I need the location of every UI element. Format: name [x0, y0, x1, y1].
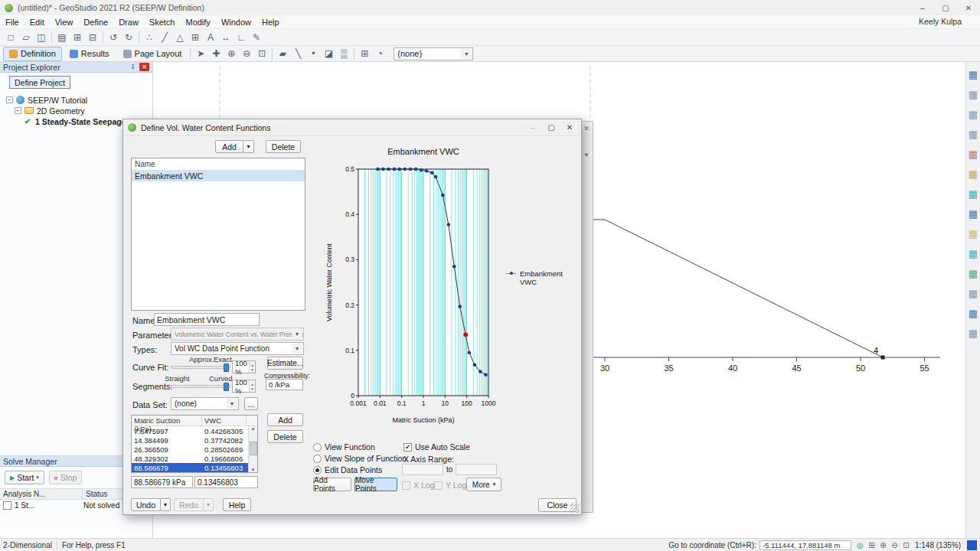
menu-item-edit[interactable]: Edit [24, 17, 50, 28]
draw-mesh-icon[interactable]: ⊞ [188, 31, 203, 44]
draw-lines-icon[interactable]: ╱ [157, 31, 172, 44]
table-row[interactable]: 48.3293020.19666806 [132, 454, 257, 463]
radio-selected-icon[interactable] [313, 466, 322, 474]
tree-item-1[interactable]: −SEEP/W Tutorial [5, 95, 149, 105]
draw-region-tool-icon[interactable]: ▰ [275, 47, 290, 60]
background-dropdown-icon[interactable]: ▾ [585, 151, 589, 158]
analysis-combo[interactable]: (none) ▾ [394, 47, 473, 60]
menu-item-draw[interactable]: Draw [113, 17, 144, 28]
radio-icon[interactable] [313, 443, 322, 452]
tab-results[interactable]: Results [64, 47, 116, 61]
print-icon[interactable]: ▤ [54, 31, 70, 44]
zoom-level[interactable]: 1:148 (135%) [915, 541, 961, 549]
signed-in-user[interactable]: Keely Kulpa [919, 17, 962, 26]
tab-page-layout[interactable]: Page Layout [117, 47, 188, 61]
data-set-browse-button[interactable]: ... [244, 397, 258, 410]
spinner-down-icon[interactable]: ▾ [251, 367, 253, 372]
zoom-window-tool-icon[interactable]: ⊡ [254, 47, 270, 60]
vwc-chart[interactable]: 0.0010.010.1110100100000.10.20.30.40.5Em… [321, 135, 581, 441]
start-solve-button[interactable]: ▶ Start ▾ [5, 471, 44, 484]
scrollbar-thumb[interactable] [250, 442, 257, 455]
tab-definition[interactable]: Definition [3, 47, 62, 61]
name-input[interactable]: Embankment VWC [154, 313, 260, 326]
draw-line-tool-icon[interactable]: ╲ [290, 47, 305, 60]
side-points-icon[interactable]: ▦ [967, 128, 979, 140]
help-button[interactable]: Help [223, 498, 251, 511]
paste-icon[interactable]: ⊟ [85, 31, 100, 44]
menu-item-help[interactable]: Help [256, 17, 285, 28]
side-analyses-icon[interactable]: ▦ [967, 68, 979, 80]
tree-item-2[interactable]: −2D Geometry [5, 106, 149, 116]
mesh-tool-icon[interactable]: ⊞ [357, 47, 372, 60]
table-row[interactable]: 14.3844990.37742082 [132, 435, 257, 445]
segments-slider-handle[interactable] [224, 383, 229, 391]
side-regions-icon[interactable]: ▦ [967, 108, 979, 120]
compressibility-input[interactable]: 0 /kPa [266, 379, 303, 390]
types-combo-dropdown-icon[interactable]: ▾ [292, 344, 302, 354]
tree-expander-icon[interactable]: − [15, 107, 21, 114]
scroll-up-icon[interactable]: ▲ [251, 426, 256, 431]
menu-item-modify[interactable]: Modify [180, 17, 215, 28]
side-settings-icon[interactable]: ▦ [967, 327, 979, 339]
segments-spinner[interactable]: 100 % ▴▾ [232, 380, 256, 393]
more-button[interactable]: More ▾ [466, 478, 501, 491]
window-close-button[interactable]: ✕ [957, 0, 980, 15]
side-graph-icon[interactable]: ▦ [967, 267, 979, 279]
menu-item-window[interactable]: Window [216, 17, 256, 28]
menu-item-view[interactable]: View [50, 17, 79, 28]
edit-data-points-radio[interactable]: Edit Data Points [313, 465, 382, 474]
note-icon[interactable]: ✎ [249, 31, 264, 44]
data-set-combo[interactable]: (none) ▾ [171, 397, 239, 410]
column-vwc[interactable]: VWC [202, 416, 247, 425]
view-function-radio[interactable]: View Function [313, 442, 375, 452]
side-zoom-icon[interactable]: ▦ [967, 307, 979, 319]
dialog-titlebar[interactable]: Define Vol. Water Content Functions – ▢ … [123, 119, 581, 136]
undo-button[interactable]: Undo [131, 498, 161, 511]
define-project-button[interactable]: Define Project [9, 76, 70, 89]
add-function-dropdown-icon[interactable]: ▾ [243, 140, 254, 153]
window-titlebar[interactable]: (untitled)* - GeoStudio 2021 R2 (SEEP/W … [0, 0, 980, 15]
side-contour-icon[interactable]: ▦ [967, 247, 979, 259]
delete-function-button[interactable]: Delete [266, 140, 301, 153]
spinner-down-icon[interactable]: ▾ [251, 386, 253, 391]
function-list-item[interactable]: Embankment VWC [132, 171, 305, 181]
scroll-down-icon[interactable]: ▼ [251, 468, 256, 472]
menu-item-define[interactable]: Define [78, 17, 113, 28]
segments-slider[interactable] [171, 385, 230, 388]
curve-fit-slider[interactable] [171, 366, 230, 369]
table-row[interactable]: 26.3665090.28502689 [132, 445, 257, 454]
tree-expander-icon[interactable]: − [6, 96, 13, 103]
text-label-icon[interactable]: A [203, 31, 218, 44]
select-tool-icon[interactable]: ➤ [193, 47, 208, 60]
resize-grip[interactable] [570, 504, 580, 513]
types-combo[interactable]: Vol WC Data Point Function ▾ [171, 342, 304, 355]
table-row[interactable]: 88.5866790.13456803 [132, 463, 257, 472]
goto-coordinate-input[interactable]: -5.111444, 17.881148 m [760, 540, 851, 550]
menu-item-file[interactable]: File [0, 17, 24, 28]
radio-icon[interactable] [313, 455, 322, 463]
column-matric-suction[interactable]: Matric Suction (kPa) [132, 416, 202, 425]
goto-target-icon[interactable]: ◎ [854, 541, 866, 549]
contours-tool-icon[interactable]: ◔ [372, 47, 387, 60]
view-slope-radio[interactable]: View Slope of Function [313, 454, 407, 463]
new-file-icon[interactable]: □ [3, 31, 18, 44]
table-row[interactable]: 7.84759970.44268305 [132, 426, 257, 435]
start-dropdown-icon[interactable]: ▾ [36, 474, 39, 481]
side-boundary-icon[interactable]: ▦ [967, 187, 979, 200]
window-maximize-button[interactable]: ▢ [934, 0, 957, 15]
delete-point-button[interactable]: Delete [267, 430, 303, 443]
side-geometry-icon[interactable]: ▦ [967, 88, 979, 100]
function-list-header[interactable]: Name [135, 160, 155, 168]
view-indicator-icon[interactable] [967, 540, 977, 550]
background-close-icon[interactable]: ✕ [583, 125, 590, 132]
add-function-button[interactable]: Add [215, 140, 243, 153]
curve-fit-slider-handle[interactable] [224, 364, 229, 372]
zoom-out-icon[interactable]: ⊖ [889, 541, 900, 549]
draw-regions-icon[interactable]: △ [172, 31, 188, 44]
open-icon[interactable]: ▱ [18, 31, 34, 44]
panel-close-icon[interactable]: ✕ [139, 63, 149, 71]
side-mesh-icon[interactable]: ▦ [967, 207, 979, 220]
edit-vwc-input[interactable]: 0.13456803 [194, 476, 258, 488]
zoom-out-tool-icon[interactable]: ⊖ [239, 47, 254, 60]
curve-fit-spinner[interactable]: 100 % ▴▾ [232, 360, 256, 373]
